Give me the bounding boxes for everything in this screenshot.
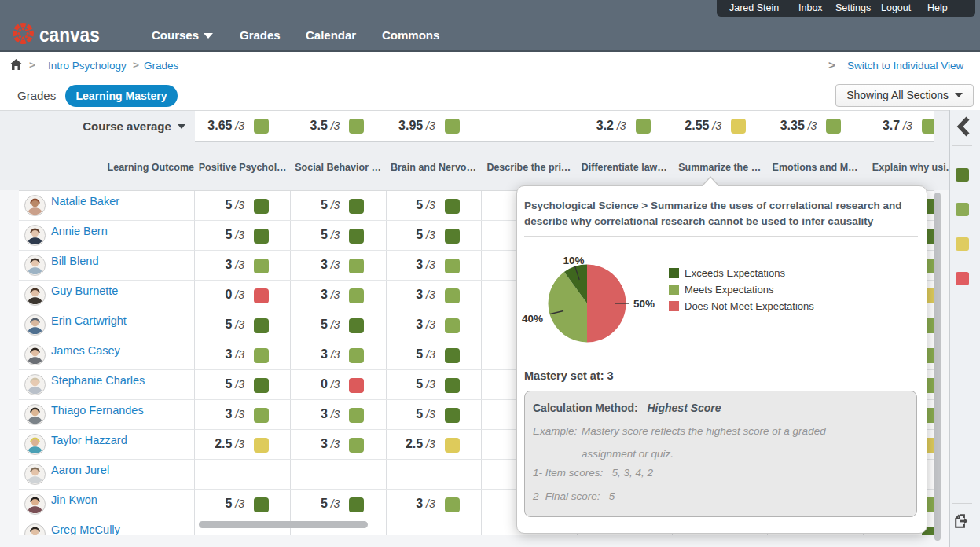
svg-text:10%: 10% bbox=[563, 255, 584, 266]
svg-text:50%: 50% bbox=[633, 298, 655, 310]
svg-text:40%: 40% bbox=[522, 313, 543, 325]
